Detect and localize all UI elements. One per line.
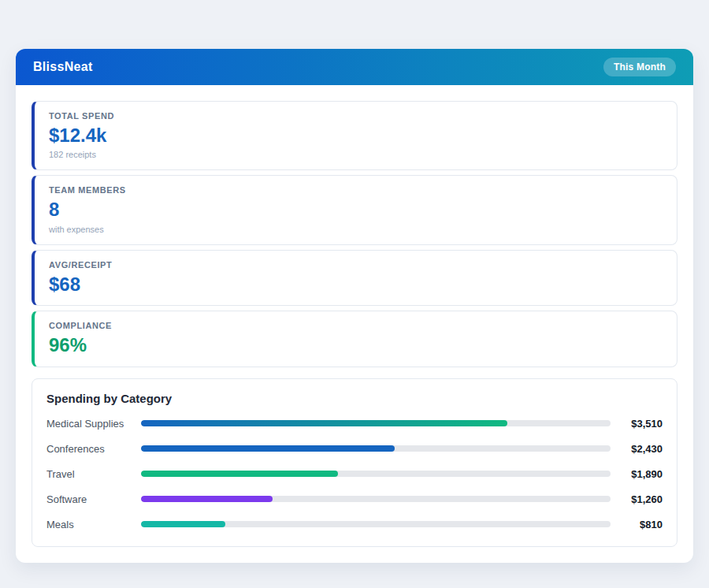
category-value: $1,260	[611, 493, 663, 505]
category-value: $810	[611, 519, 663, 530]
bar-fill	[141, 471, 338, 477]
bar-track	[141, 496, 611, 502]
bar-fill	[141, 521, 225, 527]
app-body: TOTAL SPEND $12.4k 182 receipts TEAM MEM…	[16, 85, 693, 563]
stat-value: $68	[49, 274, 663, 295]
bar-track	[141, 521, 611, 527]
bar-track	[141, 471, 611, 477]
category-row: Travel $1,890	[46, 468, 663, 480]
bar-track	[141, 445, 611, 452]
stat-label: TOTAL SPEND	[49, 111, 663, 121]
stat-label: COMPLIANCE	[49, 321, 663, 330]
stat-card-avg-receipt: AVG/RECEIPT $68	[32, 250, 677, 306]
dashboard-card: BlissNeat This Month TOTAL SPEND $12.4k …	[16, 49, 693, 563]
stat-value: 96%	[49, 335, 663, 355]
app-title: BlissNeat	[33, 60, 93, 74]
app-header: BlissNeat This Month	[16, 49, 693, 85]
category-label: Meals	[46, 519, 141, 530]
stat-value: $12.4k	[49, 125, 663, 146]
stat-label: TEAM MEMBERS	[49, 185, 663, 195]
category-row: Meals $810	[46, 519, 663, 530]
category-row: Medical Supplies $3,510	[46, 418, 663, 430]
category-label: Conferences	[46, 443, 141, 455]
stat-card-compliance: COMPLIANCE 96%	[32, 311, 677, 367]
bar-fill	[141, 420, 507, 426]
category-label: Software	[46, 493, 141, 505]
category-value: $1,890	[611, 468, 663, 480]
period-badge[interactable]: This Month	[603, 58, 676, 76]
stat-subtext: 182 receipts	[49, 150, 663, 159]
category-value: $2,430	[611, 443, 663, 455]
spending-by-category-panel: Spending by Category Medical Supplies $3…	[32, 378, 677, 547]
bar-fill	[141, 445, 395, 452]
category-value: $3,510	[611, 418, 663, 430]
category-label: Medical Supplies	[46, 418, 141, 430]
panel-title: Spending by Category	[46, 392, 663, 405]
stat-subtext: with expenses	[49, 225, 663, 234]
category-row: Software $1,260	[46, 493, 663, 505]
stat-label: AVG/RECEIPT	[49, 260, 663, 270]
stat-card-team-members: TEAM MEMBERS 8 with expenses	[32, 175, 677, 244]
bar-fill	[141, 496, 273, 502]
category-row: Conferences $2,430	[46, 443, 663, 455]
category-label: Travel	[46, 468, 141, 480]
bar-track	[141, 420, 611, 426]
stat-value: 8	[49, 199, 663, 220]
stat-card-total-spend: TOTAL SPEND $12.4k 182 receipts	[32, 101, 677, 170]
